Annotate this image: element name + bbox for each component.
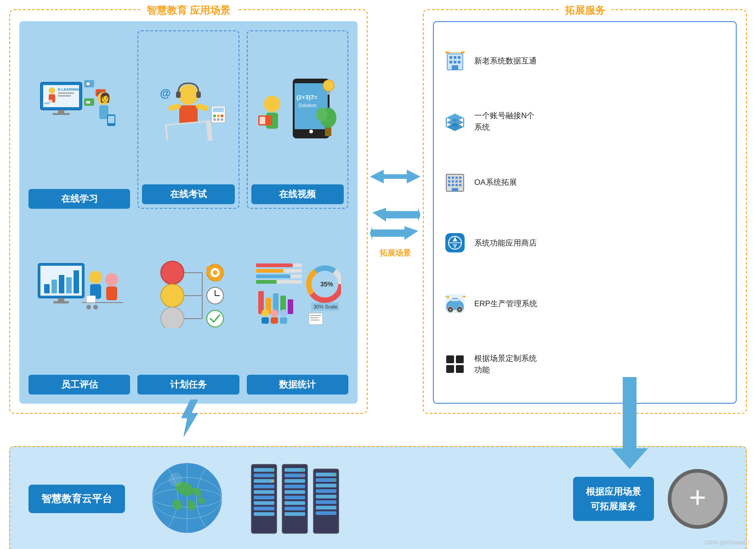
svg-rect-148	[452, 177, 454, 179]
scene-label-online-exam: 在线考试	[142, 184, 234, 204]
service-item-oa-expand: OA系统拓展	[443, 170, 727, 194]
svg-rect-149	[455, 177, 458, 179]
svg-rect-130	[458, 56, 460, 59]
service-text-oa-expand: OA系统拓展	[474, 177, 517, 188]
svg-rect-84	[206, 271, 210, 274]
service-text-erp-system: ERP生产管理系统	[474, 298, 537, 309]
scene-card-employee-eval: 员工评估	[28, 216, 130, 395]
svg-marker-122	[182, 400, 198, 436]
svg-rect-102	[256, 269, 284, 273]
expand-service-button[interactable]: 根据应用场景 可拓展服务	[573, 477, 654, 521]
svg-rect-177	[446, 365, 454, 373]
svg-rect-204	[284, 485, 305, 488]
svg-rect-153	[455, 180, 458, 183]
svg-rect-191	[254, 485, 274, 488]
scene-card-data-stats: 35% 30% Scale	[247, 216, 348, 395]
right-panel-title: 拓展服务	[558, 3, 612, 18]
plus-icon: +	[689, 483, 706, 512]
svg-point-71	[161, 261, 184, 284]
svg-point-35	[221, 114, 223, 117]
svg-marker-123	[370, 170, 421, 183]
svg-rect-53	[327, 93, 330, 95]
svg-point-118	[280, 309, 287, 317]
illus-online-exam: @	[142, 35, 234, 180]
svg-rect-219	[316, 506, 336, 509]
svg-rect-121	[280, 317, 287, 324]
svg-rect-111	[288, 299, 293, 314]
svg-rect-112	[309, 313, 323, 325]
layers-icon	[443, 109, 467, 133]
svg-rect-6	[58, 95, 71, 97]
svg-rect-158	[459, 184, 461, 186]
globe-illustration	[148, 459, 226, 539]
svg-rect-147	[448, 177, 450, 179]
service-text-data-interop: 新老系统数据互通	[474, 56, 537, 66]
svg-rect-156	[452, 184, 454, 186]
svg-rect-203	[284, 479, 305, 483]
svg-rect-85	[221, 271, 224, 274]
svg-rect-119	[261, 317, 269, 324]
svg-rect-58	[59, 275, 64, 293]
svg-point-210	[302, 469, 304, 471]
svg-rect-206	[284, 496, 305, 499]
svg-text:📖: 📖	[85, 100, 91, 105]
svg-rect-15	[58, 110, 64, 114]
svg-point-169	[459, 309, 461, 311]
svg-rect-134	[452, 65, 458, 70]
svg-rect-154	[459, 180, 461, 183]
svg-point-168	[449, 309, 452, 311]
svg-text:35%: 35%	[320, 280, 334, 288]
scenes-grid: E-LEARNING ABC 💬 📹 📖	[19, 21, 358, 404]
svg-rect-60	[74, 270, 79, 293]
svg-rect-194	[254, 501, 274, 505]
scene-label-employee-eval: 员工评估	[28, 375, 130, 395]
svg-point-186	[169, 473, 182, 486]
large-vertical-arrow	[611, 377, 648, 469]
svg-point-22	[178, 85, 199, 105]
svg-point-63	[89, 271, 102, 284]
svg-rect-66	[106, 286, 117, 300]
svg-rect-62	[53, 301, 69, 303]
svg-rect-82	[214, 263, 216, 267]
car-circuit-icon	[443, 292, 467, 315]
svg-rect-100	[256, 263, 293, 267]
svg-marker-140	[446, 123, 464, 131]
svg-marker-124	[372, 208, 421, 222]
svg-point-33	[213, 114, 216, 117]
svg-rect-157	[455, 184, 458, 186]
scene-label-plan-task: 计划任务	[137, 375, 239, 395]
svg-point-36	[213, 118, 216, 121]
scene-card-online-video: (2+3)7= Solution	[247, 30, 348, 209]
svg-rect-136	[461, 51, 465, 53]
svg-rect-57	[51, 280, 57, 293]
svg-point-222	[333, 479, 335, 481]
left-panel-title: 智慧教育 应用场景	[140, 3, 237, 18]
svg-point-43	[309, 130, 313, 133]
svg-text:30% Scale: 30% Scale	[313, 304, 338, 309]
svg-rect-104	[256, 274, 290, 278]
svg-rect-5	[58, 92, 74, 94]
expand-scene-label: 拓展场景	[380, 248, 411, 258]
svg-rect-120	[271, 317, 278, 324]
svg-text:💬: 💬	[85, 81, 91, 87]
lightning-bolt	[175, 400, 202, 438]
svg-rect-178	[456, 365, 464, 373]
svg-rect-56	[44, 284, 50, 293]
service-item-erp-system: ERP生产管理系统	[443, 292, 727, 315]
svg-text:@: @	[160, 87, 171, 99]
app-store-icon	[443, 231, 467, 255]
svg-point-2	[49, 87, 55, 94]
svg-text:ABC: ABC	[44, 102, 51, 105]
svg-point-174	[464, 296, 466, 297]
svg-text:(2+3)7=: (2+3)7=	[296, 94, 318, 101]
service-item-app-store: 系统功能应用商店	[443, 231, 727, 255]
svg-rect-155	[448, 184, 450, 186]
svg-rect-209	[284, 512, 305, 516]
illus-plan-task	[137, 216, 239, 370]
svg-point-211	[302, 475, 304, 476]
svg-point-51	[323, 80, 334, 91]
svg-text:E-LEARNING: E-LEARNING	[58, 87, 81, 92]
svg-point-221	[333, 474, 335, 475]
svg-rect-208	[284, 507, 305, 510]
svg-marker-125	[370, 226, 418, 240]
